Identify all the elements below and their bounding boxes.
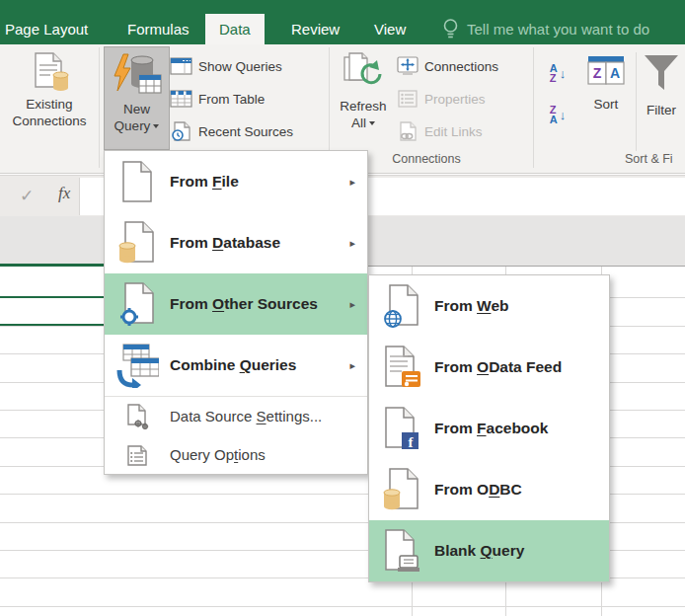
- new-query-label-2: Query: [114, 118, 151, 133]
- dropdown-caret-icon: [153, 124, 159, 128]
- selected-column-underline: [0, 264, 104, 267]
- recent-sources-icon: [170, 121, 192, 141]
- submenu-item-from-odata-feed[interactable]: From OData Feed: [369, 337, 609, 398]
- file-document-icon: [105, 160, 170, 203]
- show-queries-button[interactable]: Show Queries: [170, 52, 282, 80]
- tab-review[interactable]: Review: [289, 14, 342, 44]
- from-table-icon: [170, 90, 192, 108]
- filter-icon: [638, 52, 685, 98]
- menu-item-label: From ODBC: [434, 481, 522, 499]
- group-label-connections: Connections: [347, 152, 505, 166]
- menu-item-from-database[interactable]: From Database ▸: [105, 212, 367, 273]
- ribbon-separator: [99, 47, 100, 168]
- tab-page-layout[interactable]: Page Layout: [3, 14, 90, 44]
- tell-me-box[interactable]: Tell me what you want to do: [442, 14, 649, 44]
- properties-label: Properties: [424, 92, 486, 107]
- existing-connections-label-2: Connections: [2, 113, 97, 129]
- svg-text:A: A: [610, 65, 620, 81]
- excel-window: Page Layout Formulas Data Review View Te…: [0, 0, 685, 616]
- sort-icon: Z A: [580, 52, 632, 92]
- submenu-item-from-facebook[interactable]: f From Facebook: [369, 398, 609, 459]
- submenu-item-blank-query[interactable]: Blank Query: [369, 520, 609, 581]
- edit-links-label: Edit Links: [424, 124, 483, 139]
- sort-label: Sort: [580, 96, 632, 113]
- database-document-icon: [105, 220, 170, 266]
- show-queries-label: Show Queries: [198, 59, 282, 74]
- group-label-sort-filter: Sort & Fi: [618, 152, 685, 166]
- refresh-all-icon: [333, 52, 394, 94]
- submenu-arrow-icon: ▸: [349, 359, 355, 372]
- filter-label: Filter: [638, 102, 685, 118]
- menu-item-query-options[interactable]: Query Options: [105, 435, 367, 474]
- refresh-all-label-2: All: [351, 116, 366, 130]
- ribbon-tab-bar: Page Layout Formulas Data Review View Te…: [0, 0, 685, 44]
- tab-view[interactable]: View: [372, 14, 408, 44]
- sort-desc-arrow-icon: ↓: [560, 108, 567, 122]
- edit-links-button: Edit Links: [397, 117, 483, 145]
- menu-item-label: Data Source Settings...: [170, 408, 322, 424]
- refresh-all-button[interactable]: Refresh All: [333, 46, 394, 150]
- sort-button[interactable]: Z A Sort: [580, 46, 632, 150]
- menu-item-label: From Facebook: [434, 420, 548, 437]
- ribbon-separator: [533, 47, 534, 168]
- lightbulb-icon: [442, 18, 459, 41]
- menu-item-data-source-settings[interactable]: Data Source Settings...: [105, 397, 367, 435]
- menu-item-label: Query Options: [170, 446, 266, 463]
- menu-item-combine-queries[interactable]: Combine Queries ▸: [105, 335, 367, 396]
- insert-function-fx-icon[interactable]: fx: [58, 184, 70, 203]
- sort-descending-button[interactable]: Z A ↓: [541, 96, 574, 133]
- connections-label: Connections: [424, 59, 498, 74]
- menu-item-label: Combine Queries: [170, 356, 296, 374]
- tab-data[interactable]: Data: [205, 14, 265, 44]
- properties-icon: [397, 90, 419, 108]
- from-table-label: From Table: [198, 92, 265, 107]
- menu-item-label: From Web: [434, 297, 509, 315]
- menu-item-label: Blank Query: [434, 542, 524, 560]
- odbc-document-icon: [369, 467, 434, 512]
- menu-item-from-other-sources[interactable]: From Other Sources ▸: [105, 273, 367, 335]
- facebook-document-icon: f: [369, 406, 434, 451]
- submenu-item-from-web[interactable]: From Web: [369, 275, 609, 337]
- web-document-icon: [369, 283, 434, 329]
- properties-button: Properties: [397, 85, 486, 113]
- dropdown-caret-icon: [369, 121, 375, 125]
- connections-icon: [397, 56, 419, 76]
- menu-item-label: From File: [170, 173, 239, 191]
- filter-button[interactable]: Filter: [638, 46, 685, 150]
- submenu-arrow-icon: ▸: [349, 176, 355, 189]
- svg-text:Z: Z: [593, 65, 602, 81]
- menu-item-from-file[interactable]: From File ▸: [105, 151, 367, 212]
- new-query-icon: [105, 53, 169, 97]
- from-table-button[interactable]: From Table: [170, 85, 265, 113]
- submenu-item-from-odbc[interactable]: From ODBC: [369, 459, 609, 520]
- submenu-arrow-icon: ▸: [349, 237, 355, 250]
- menu-item-label: From Database: [170, 234, 280, 252]
- submenu-arrow-icon: ▸: [349, 298, 355, 311]
- blank-query-document-icon: [369, 528, 434, 574]
- tab-formulas[interactable]: Formulas: [125, 14, 191, 44]
- sort-ascending-button[interactable]: A Z ↓: [541, 54, 574, 92]
- sort-desc-letter-a: A: [550, 115, 558, 124]
- recent-sources-button[interactable]: Recent Sources: [170, 117, 293, 145]
- odata-document-icon: [369, 345, 434, 390]
- data-source-settings-icon: [105, 404, 170, 429]
- menu-item-label: From OData Feed: [434, 358, 562, 376]
- tell-me-label: Tell me what you want to do: [467, 14, 649, 44]
- new-query-button[interactable]: New Query: [104, 46, 170, 150]
- existing-connections-label-1: Existing: [2, 96, 97, 113]
- combine-queries-icon: [105, 343, 170, 388]
- refresh-all-label-1: Refresh: [333, 98, 394, 115]
- existing-connections-icon: [2, 52, 97, 92]
- from-other-sources-submenu: From Web From OData Feed: [368, 274, 610, 582]
- query-options-icon: [105, 443, 170, 467]
- recent-sources-label: Recent Sources: [198, 124, 293, 139]
- ribbon-separator: [636, 52, 637, 151]
- new-query-dropdown-menu: From File ▸ From Database ▸: [104, 150, 368, 475]
- sort-asc-arrow-icon: ↓: [560, 66, 567, 81]
- new-query-label-1: New: [105, 101, 169, 117]
- existing-connections-button[interactable]: Existing Connections: [2, 46, 97, 150]
- sort-asc-letter-z: Z: [550, 73, 558, 83]
- enter-check-icon[interactable]: ✓: [20, 186, 34, 206]
- connections-button[interactable]: Connections: [397, 52, 498, 80]
- cell-border-green: [0, 324, 104, 326]
